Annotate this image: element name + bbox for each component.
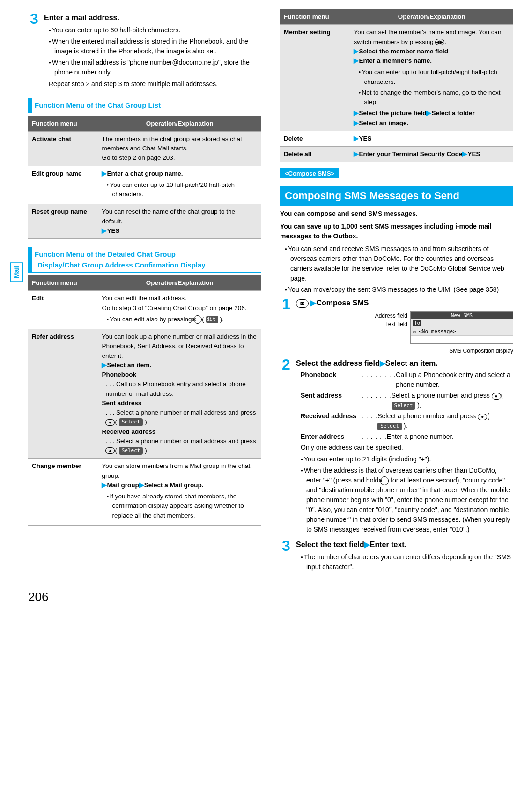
opt-phonebook: Phonebook — [301, 370, 362, 390]
sms-text-label: Text field — [375, 320, 407, 328]
s1-action: Compose SMS — [316, 299, 369, 307]
s3-bullet: The number of characters you can enter d… — [301, 552, 513, 572]
opt-phonebook-desc: Call up a Phonebook entry and select a p… — [396, 370, 513, 390]
nav-key-icon: ◀▶ — [435, 39, 444, 45]
center-key-icon: ● — [478, 414, 487, 420]
select-softkey: Select — [392, 402, 416, 410]
sms-address-label: Address field — [375, 311, 407, 320]
intro-bullet: You can move/copy the sent SMS messages … — [285, 285, 513, 295]
fmr-col-right: Operation/Explanation — [350, 9, 513, 25]
fm1-activate-chat-desc: The members in the chat group are stored… — [98, 131, 261, 166]
opt-enter-address: Enter address — [301, 432, 362, 442]
edit-softkey: Edit — [206, 316, 219, 324]
center-key-icon: ● — [492, 393, 501, 400]
s2-number: 2 — [280, 358, 292, 371]
s3-title-b: Enter text. — [370, 541, 406, 549]
fm2-edit-desc: You can edit the mail address. Go to ste… — [98, 291, 261, 329]
fmr-col-left: Function menu — [280, 9, 350, 25]
only-one-note: Only one address can be specified. — [301, 443, 513, 452]
fmr-delete-name: Delete — [280, 131, 350, 146]
step3-repeat: Repeat step 2 and step 3 to store multip… — [49, 79, 261, 89]
side-tab-mail: Mail — [10, 262, 23, 282]
step3-title: Enter a mail address. — [44, 12, 261, 23]
page-number: 206 — [28, 588, 513, 606]
fmr-delete-all-name: Delete all — [280, 147, 350, 162]
fm1-col-left: Function menu — [28, 116, 98, 132]
step3-number: 3 — [28, 12, 40, 26]
opt-enter-address-desc: Enter a phone number. — [387, 432, 513, 442]
select-softkey: Select — [119, 418, 143, 426]
fm1-reset-group-name: Reset group name — [28, 204, 98, 239]
fm2-change-member-desc: You can store members from a Mail group … — [98, 459, 261, 526]
center-key-icon: ● — [105, 419, 115, 426]
step3-bullet: When the mail address is "phone number@d… — [49, 58, 261, 77]
fmr-delete-all-desc: ▶Enter your Terminal Security Code▶YES — [350, 147, 513, 162]
center-key-icon: ● — [105, 447, 115, 454]
mail-icon: ✉ — [193, 315, 202, 324]
sms-caption: SMS Composition display — [296, 347, 513, 355]
select-softkey: Select — [377, 423, 402, 430]
fmr-member-setting-desc: You can set the member's name and image.… — [350, 25, 513, 131]
mail-icon: ✉ — [296, 299, 309, 308]
s3-number: 3 — [280, 539, 292, 553]
s2-title-a: Select the address field — [296, 359, 380, 367]
fmr-delete-desc: ▶YES — [350, 131, 513, 146]
s3-title-a: Select the text field — [296, 541, 364, 549]
opt-sent-address-desc: Select a phone number and press ●( Selec… — [392, 391, 513, 410]
fm1-heading: Function Menu of the Chat Group List — [28, 98, 161, 113]
fm2-heading: Function Menu of the Detailed Chat Group… — [28, 247, 206, 272]
s2-bullet: You can enter up to 21 digits (including… — [301, 454, 513, 464]
s2-title-b: Select an item. — [385, 359, 438, 367]
fm1-reset-group-desc: You can reset the name of the chat group… — [98, 204, 261, 239]
step3-bullet: You can enter up to 60 half-pitch charac… — [49, 25, 261, 35]
sms-composition-screenshot: New SMS To ✉ <No message> — [410, 311, 513, 344]
function-menu-table-1: Function menu Operation/Explanation Acti… — [28, 116, 261, 239]
opt-sent-address: Sent address — [301, 391, 362, 410]
fm2-edit-name: Edit — [28, 291, 98, 329]
function-menu-table-right: Function menu Operation/Explanation Memb… — [280, 9, 513, 162]
opt-received-address: Received address — [301, 411, 362, 431]
fm2-refer-desc: You can look up a phone number or mail a… — [98, 329, 261, 459]
fm1-activate-chat-name: Activate chat — [28, 131, 98, 166]
fm1-edit-group-name: Edit group name — [28, 166, 98, 204]
section-pre: <Compose SMS> — [280, 168, 339, 178]
intro-line-2: You can save up to 1,000 sent SMS messag… — [280, 222, 513, 241]
function-menu-table-2: Function menu Operation/Explanation Edit… — [28, 275, 261, 526]
intro-line-1: You can compose and send SMS messages. — [280, 209, 513, 219]
section-title: Composing SMS Messages to Send — [280, 186, 513, 206]
fm1-col-right: Operation/Explanation — [98, 116, 261, 132]
s2-bullet: When the address is that of overseas car… — [301, 466, 513, 534]
fm2-col-right: Operation/Explanation — [98, 275, 261, 291]
fm2-change-member-name: Change member — [28, 459, 98, 526]
step3-bullet: When the entered mail address is stored … — [49, 37, 261, 56]
fm2-col-left: Function menu — [28, 275, 98, 291]
opt-received-address-desc: Select a phone number and press ●( Selec… — [377, 411, 513, 431]
zero-key-icon: 0 — [380, 476, 389, 485]
intro-bullet: You can send and receive SMS messages to… — [285, 244, 513, 283]
fm2-refer-name: Refer address — [28, 329, 98, 459]
s1-number: 1 — [280, 297, 292, 311]
fmr-member-setting-name: Member setting — [280, 25, 350, 131]
select-softkey: Select — [119, 447, 143, 455]
fm1-edit-group-desc: ▶Enter a chat group name. You can enter … — [98, 166, 261, 204]
